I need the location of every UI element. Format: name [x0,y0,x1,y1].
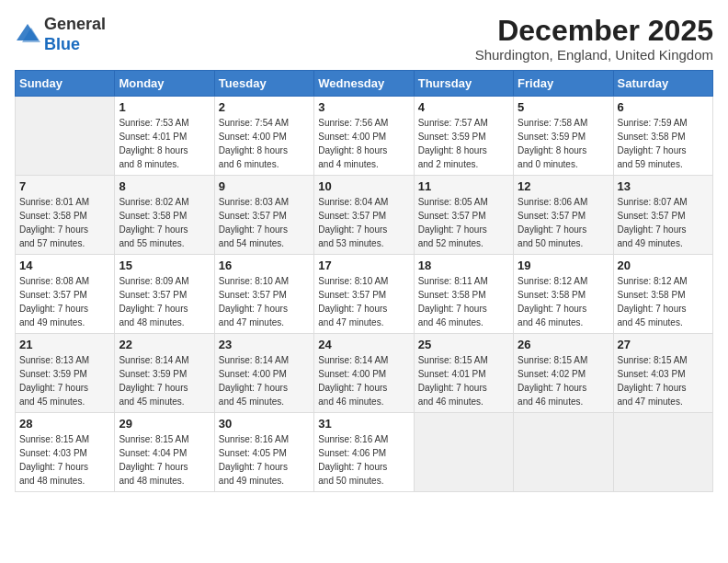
calendar-cell: 10Sunrise: 8:04 AMSunset: 3:57 PMDayligh… [314,176,414,255]
day-info: Sunrise: 8:05 AMSunset: 3:57 PMDaylight:… [418,195,509,250]
day-info: Sunrise: 7:54 AMSunset: 4:00 PMDaylight:… [219,116,310,171]
day-number: 7 [19,179,110,193]
calendar-cell: 1Sunrise: 7:53 AMSunset: 4:01 PMDaylight… [115,97,214,176]
calendar-cell: 17Sunrise: 8:10 AMSunset: 3:57 PMDayligh… [314,255,414,334]
calendar-cell: 14Sunrise: 8:08 AMSunset: 3:57 PMDayligh… [16,255,115,334]
day-number: 3 [318,100,409,114]
day-info: Sunrise: 8:14 AMSunset: 3:59 PMDaylight:… [119,353,210,408]
calendar-cell: 20Sunrise: 8:12 AMSunset: 3:58 PMDayligh… [613,255,712,334]
calendar-cell [514,413,613,492]
day-info: Sunrise: 8:12 AMSunset: 3:58 PMDaylight:… [618,274,709,329]
day-info: Sunrise: 8:03 AMSunset: 3:57 PMDaylight:… [219,195,310,250]
day-number: 29 [119,417,210,431]
day-number: 1 [119,100,210,114]
calendar-cell [16,97,115,176]
calendar-cell: 7Sunrise: 8:01 AMSunset: 3:58 PMDaylight… [16,176,115,255]
day-info: Sunrise: 7:58 AMSunset: 3:59 PMDaylight:… [518,116,609,171]
day-info: Sunrise: 8:13 AMSunset: 3:59 PMDaylight:… [19,353,110,408]
day-number: 19 [518,259,609,272]
header-day-sunday: Sunday [16,71,115,97]
calendar-cell: 23Sunrise: 8:14 AMSunset: 4:00 PMDayligh… [214,334,313,413]
calendar-cell: 22Sunrise: 8:14 AMSunset: 3:59 PMDayligh… [115,334,214,413]
day-info: Sunrise: 8:06 AMSunset: 3:57 PMDaylight:… [518,195,609,250]
calendar-cell: 28Sunrise: 8:15 AMSunset: 4:03 PMDayligh… [16,413,115,492]
day-info: Sunrise: 8:15 AMSunset: 4:03 PMDaylight:… [19,432,110,488]
calendar-cell: 19Sunrise: 8:12 AMSunset: 3:58 PMDayligh… [514,255,613,334]
day-number: 14 [19,259,110,272]
day-info: Sunrise: 8:15 AMSunset: 4:01 PMDaylight:… [418,353,509,408]
header-day-saturday: Saturday [613,71,712,97]
logo-general: General [44,15,106,33]
day-info: Sunrise: 8:09 AMSunset: 3:57 PMDaylight:… [119,274,210,329]
day-info: Sunrise: 8:12 AMSunset: 3:58 PMDaylight:… [518,274,609,329]
week-row-1: 1Sunrise: 7:53 AMSunset: 4:01 PMDaylight… [16,97,713,176]
week-row-3: 14Sunrise: 8:08 AMSunset: 3:57 PMDayligh… [16,255,713,334]
day-number: 28 [19,417,110,431]
day-number: 16 [219,259,310,272]
day-number: 30 [219,417,310,431]
location-subtitle: Shurdington, England, United Kingdom [475,47,713,63]
title-area: December 2025 Shurdington, England, Unit… [475,15,713,63]
day-number: 15 [119,259,210,272]
calendar-cell: 3Sunrise: 7:56 AMSunset: 4:00 PMDaylight… [314,97,414,176]
week-row-4: 21Sunrise: 8:13 AMSunset: 3:59 PMDayligh… [16,334,713,413]
day-info: Sunrise: 8:14 AMSunset: 4:00 PMDaylight:… [219,353,310,408]
day-info: Sunrise: 7:56 AMSunset: 4:00 PMDaylight:… [318,116,409,171]
day-info: Sunrise: 7:53 AMSunset: 4:01 PMDaylight:… [119,116,210,171]
calendar-cell: 12Sunrise: 8:06 AMSunset: 3:57 PMDayligh… [514,176,613,255]
day-info: Sunrise: 8:01 AMSunset: 3:58 PMDaylight:… [19,195,110,250]
logo-text: General Blue [44,15,106,54]
calendar-cell: 18Sunrise: 8:11 AMSunset: 3:58 PMDayligh… [414,255,513,334]
day-info: Sunrise: 8:14 AMSunset: 4:00 PMDaylight:… [318,353,409,408]
calendar-cell: 15Sunrise: 8:09 AMSunset: 3:57 PMDayligh… [115,255,214,334]
calendar-cell: 13Sunrise: 8:07 AMSunset: 3:57 PMDayligh… [613,176,712,255]
day-number: 8 [119,179,210,193]
calendar-cell [613,413,712,492]
header-row: SundayMondayTuesdayWednesdayThursdayFrid… [16,71,713,97]
calendar-cell: 30Sunrise: 8:16 AMSunset: 4:05 PMDayligh… [214,413,313,492]
day-number: 22 [119,338,210,351]
logo-blue: Blue [44,35,80,53]
day-info: Sunrise: 8:11 AMSunset: 3:58 PMDaylight:… [418,274,509,329]
page-header: General Blue December 2025 Shurdington, … [15,15,713,63]
calendar-cell: 9Sunrise: 8:03 AMSunset: 3:57 PMDaylight… [214,176,313,255]
day-number: 11 [418,179,509,193]
calendar-cell: 27Sunrise: 8:15 AMSunset: 4:03 PMDayligh… [613,334,712,413]
day-number: 24 [318,338,409,351]
day-number: 23 [219,338,310,351]
day-number: 10 [318,179,409,193]
logo-icon [15,22,40,48]
calendar-cell: 8Sunrise: 8:02 AMSunset: 3:58 PMDaylight… [115,176,214,255]
header-day-wednesday: Wednesday [314,71,414,97]
calendar-cell [414,413,513,492]
day-number: 25 [418,338,509,351]
day-info: Sunrise: 8:16 AMSunset: 4:06 PMDaylight:… [318,432,409,488]
calendar-table: SundayMondayTuesdayWednesdayThursdayFrid… [15,70,713,492]
header-day-monday: Monday [115,71,214,97]
day-info: Sunrise: 8:15 AMSunset: 4:02 PMDaylight:… [518,353,609,408]
day-number: 31 [318,417,409,431]
day-info: Sunrise: 7:59 AMSunset: 3:58 PMDaylight:… [618,116,709,171]
calendar-cell: 26Sunrise: 8:15 AMSunset: 4:02 PMDayligh… [514,334,613,413]
week-row-5: 28Sunrise: 8:15 AMSunset: 4:03 PMDayligh… [16,413,713,492]
day-number: 13 [618,179,709,193]
calendar-cell: 5Sunrise: 7:58 AMSunset: 3:59 PMDaylight… [514,97,613,176]
day-number: 6 [618,100,709,114]
day-number: 17 [318,259,409,272]
calendar-cell: 11Sunrise: 8:05 AMSunset: 3:57 PMDayligh… [414,176,513,255]
calendar-cell: 2Sunrise: 7:54 AMSunset: 4:00 PMDaylight… [214,97,313,176]
day-number: 4 [418,100,509,114]
day-number: 18 [418,259,509,272]
header-day-friday: Friday [514,71,613,97]
calendar-cell: 31Sunrise: 8:16 AMSunset: 4:06 PMDayligh… [314,413,414,492]
day-number: 27 [618,338,709,351]
day-info: Sunrise: 8:10 AMSunset: 3:57 PMDaylight:… [318,274,409,329]
day-number: 5 [518,100,609,114]
day-number: 2 [219,100,310,114]
day-info: Sunrise: 8:16 AMSunset: 4:05 PMDaylight:… [219,432,310,488]
day-info: Sunrise: 8:07 AMSunset: 3:57 PMDaylight:… [618,195,709,250]
logo: General Blue [15,15,106,54]
calendar-cell: 16Sunrise: 8:10 AMSunset: 3:57 PMDayligh… [214,255,313,334]
calendar-cell: 25Sunrise: 8:15 AMSunset: 4:01 PMDayligh… [414,334,513,413]
day-number: 9 [219,179,310,193]
